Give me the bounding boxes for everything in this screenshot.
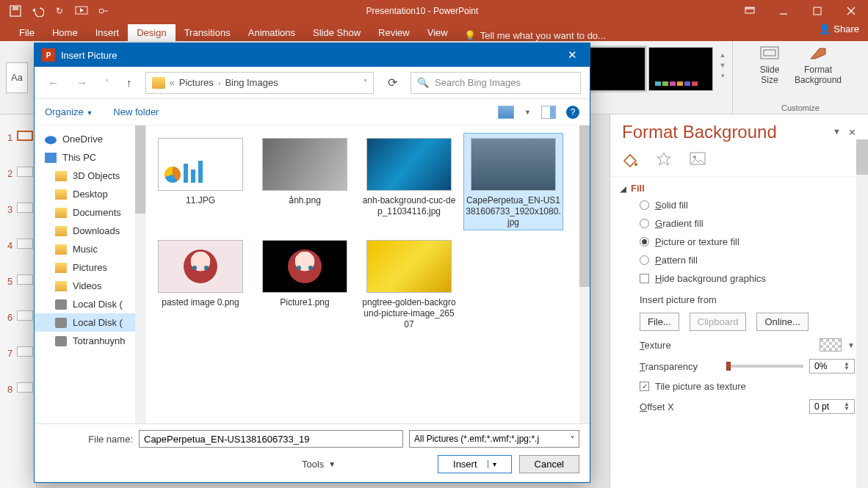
- variant-1[interactable]: [581, 47, 645, 91]
- maximize-icon[interactable]: [800, 0, 834, 22]
- grid-scrollbar[interactable]: [579, 125, 590, 423]
- new-folder-button[interactable]: New folder: [113, 106, 159, 117]
- picture-tab-icon[interactable]: [688, 150, 707, 169]
- file-item[interactable]: CapePerpetua_EN-US1381606733_1920x1080.j…: [463, 133, 563, 230]
- address-bar[interactable]: « Pictures › Bing Images ˅: [145, 72, 375, 94]
- tree-item-music[interactable]: Music: [35, 240, 145, 258]
- tree-item-local-disk-[interactable]: Local Disk (: [35, 295, 145, 313]
- tree-item-downloads[interactable]: Downloads: [35, 222, 145, 240]
- tab-view[interactable]: View: [419, 24, 457, 41]
- tab-file[interactable]: File: [10, 24, 43, 41]
- file-item[interactable]: anh-background-cuc-dep_11034116.jpg: [359, 133, 459, 230]
- offsetx-value[interactable]: 0 pt▲▼: [809, 399, 855, 414]
- view-mode-button[interactable]: [498, 106, 514, 119]
- radio-picture-fill[interactable]: Picture or texture fill: [640, 236, 855, 247]
- texture-picker[interactable]: [820, 338, 842, 352]
- search-input[interactable]: 🔍 Search Bing Images: [411, 72, 581, 94]
- nav-back-icon[interactable]: ←: [43, 73, 63, 92]
- filename-input[interactable]: [139, 430, 403, 448]
- breadcrumb-pictures[interactable]: Pictures: [179, 77, 214, 88]
- radio-gradient-fill[interactable]: Gradient fill: [640, 218, 855, 229]
- file-item[interactable]: pngtree-golden-background-picture-image_…: [359, 235, 459, 332]
- slide-size-button[interactable]: Slide Size: [759, 45, 780, 85]
- nav-dropdown-icon[interactable]: ˅: [101, 76, 113, 90]
- tree-item-videos[interactable]: Videos: [35, 277, 145, 295]
- format-background-button[interactable]: Format Background: [795, 45, 842, 85]
- tree-item-local-disk-[interactable]: Local Disk (: [35, 313, 145, 332]
- tree-item-onedrive[interactable]: OneDrive: [35, 130, 145, 148]
- preview-pane-button[interactable]: [541, 106, 556, 119]
- tree-item-this-pc[interactable]: This PC: [35, 148, 145, 167]
- online-button[interactable]: Online...: [756, 313, 808, 331]
- cancel-button[interactable]: Cancel: [519, 455, 579, 473]
- tell-me-search[interactable]: 💡 Tell me what you want to do...: [464, 30, 606, 41]
- slides-thumbnail-strip[interactable]: 1 2 3 4 5 6 7 8: [0, 114, 37, 488]
- effects-tab-icon[interactable]: [654, 150, 673, 169]
- file-item[interactable]: pasted image 0.png: [151, 235, 250, 332]
- panel-close-icon[interactable]: ✕: [848, 127, 856, 138]
- save-icon[interactable]: [7, 3, 23, 19]
- variant-more-icon[interactable]: ▾: [716, 72, 729, 79]
- ribbon-display-icon[interactable]: [733, 0, 767, 22]
- minimize-icon[interactable]: [767, 0, 800, 22]
- chk-hide-graphics[interactable]: Hide background graphics: [640, 273, 855, 284]
- folder-tree[interactable]: OneDriveThis PC3D ObjectsDesktopDocument…: [35, 125, 146, 423]
- slide-thumb-1[interactable]: 1: [0, 119, 36, 155]
- help-icon[interactable]: ?: [566, 106, 579, 119]
- variant-scroll-down-icon[interactable]: ▼: [716, 62, 729, 69]
- refresh-icon[interactable]: ⟳: [383, 76, 402, 90]
- panel-scrollbar[interactable]: [856, 139, 868, 488]
- slide-thumb-8[interactable]: 8: [0, 371, 36, 407]
- file-item[interactable]: 11.JPG: [151, 133, 250, 230]
- close-icon[interactable]: [834, 0, 868, 22]
- panel-options-icon[interactable]: ▼: [833, 127, 841, 138]
- tab-transitions[interactable]: Transitions: [176, 24, 239, 41]
- file-button[interactable]: File...: [640, 313, 679, 331]
- radio-pattern-fill[interactable]: Pattern fill: [640, 255, 855, 266]
- variant-2[interactable]: [648, 47, 713, 91]
- slide-thumb-7[interactable]: 7: [0, 335, 36, 371]
- tab-animations[interactable]: Animations: [239, 24, 304, 41]
- slide-thumb-3[interactable]: 3: [0, 191, 36, 227]
- tree-item-pictures[interactable]: Pictures: [35, 258, 145, 277]
- slideshow-icon[interactable]: [73, 3, 90, 19]
- chk-tile[interactable]: Tile picture as texture: [640, 381, 855, 392]
- fill-tab-icon[interactable]: [621, 150, 640, 169]
- breadcrumb-bing[interactable]: Bing Images: [225, 77, 278, 88]
- radio-solid-fill[interactable]: Solid fill: [640, 200, 855, 211]
- tree-item-documents[interactable]: Documents: [35, 203, 145, 222]
- tree-item-desktop[interactable]: Desktop: [35, 185, 145, 203]
- slide-thumb-5[interactable]: 5: [0, 263, 36, 299]
- tree-scrollbar[interactable]: [135, 125, 145, 423]
- tab-review[interactable]: Review: [369, 24, 419, 41]
- clipboard-button[interactable]: Clipboard: [690, 313, 747, 331]
- tree-item-3d-objects[interactable]: 3D Objects: [35, 167, 145, 185]
- variant-scroll-up-icon[interactable]: ▲: [716, 51, 729, 59]
- dialog-titlebar[interactable]: P Insert Picture ✕: [35, 43, 590, 67]
- tab-home[interactable]: Home: [43, 24, 87, 41]
- file-item[interactable]: ảnh.png: [255, 133, 355, 230]
- slide-thumb-6[interactable]: 6: [0, 299, 36, 335]
- fill-section-header[interactable]: ◢Fill: [610, 177, 868, 197]
- slide-thumb-2[interactable]: 2: [0, 155, 36, 191]
- insert-button[interactable]: Insert▾: [438, 455, 512, 473]
- slide-thumb-4[interactable]: 4: [0, 227, 36, 263]
- file-grid[interactable]: 11.JPGảnh.pnganh-background-cuc-dep_1103…: [146, 125, 590, 423]
- filetype-dropdown[interactable]: All Pictures (*.emf;*.wmf;*.jpg;*.j˅: [409, 430, 579, 448]
- undo-icon[interactable]: [29, 3, 46, 19]
- tab-slideshow[interactable]: Slide Show: [304, 24, 369, 41]
- transparency-value[interactable]: 0%▲▼: [809, 359, 855, 374]
- touch-mode-icon[interactable]: [95, 3, 112, 19]
- tree-item-totranhuynh[interactable]: Totranhuynh: [35, 332, 145, 350]
- tab-design[interactable]: Design: [128, 24, 175, 41]
- share-button[interactable]: 👤 Share: [819, 23, 859, 34]
- dialog-close-icon[interactable]: ✕: [562, 48, 582, 62]
- organize-menu[interactable]: Organize ▼: [45, 106, 93, 117]
- nav-up-icon[interactable]: ↑: [122, 73, 137, 92]
- tab-insert[interactable]: Insert: [87, 24, 129, 41]
- tools-menu[interactable]: Tools ▼: [302, 459, 336, 470]
- file-item[interactable]: Picture1.png: [255, 235, 355, 332]
- transparency-slider[interactable]: [726, 365, 803, 368]
- variants-gallery[interactable]: ▲ ▼ ▾: [578, 41, 732, 114]
- redo-icon[interactable]: ↻: [51, 3, 68, 19]
